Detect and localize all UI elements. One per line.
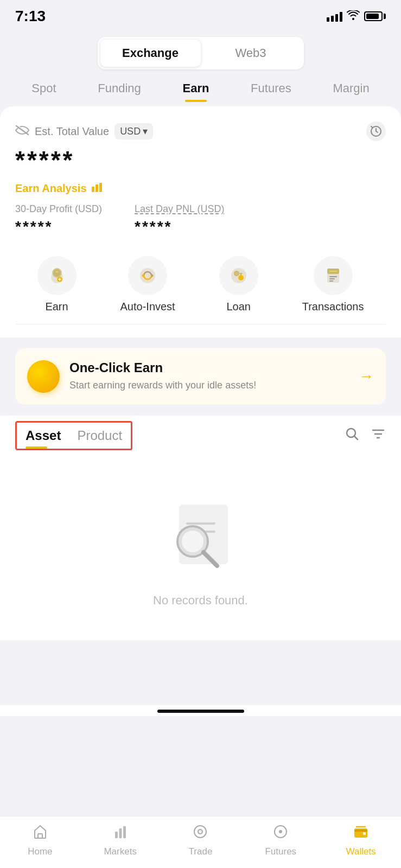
svg-point-14: [235, 272, 238, 275]
asset-tabs: Asset Product: [15, 421, 132, 450]
svg-rect-27: [115, 832, 118, 838]
svg-rect-29: [123, 826, 126, 838]
status-icons: [327, 9, 386, 23]
profit-30day-label: 30-Day Profit (USD): [15, 203, 102, 215]
nav-futures-label: Futures: [265, 846, 296, 857]
one-click-text: One-Click Earn Start earning rewards wit…: [69, 360, 349, 392]
web3-mode-button[interactable]: Web3: [201, 40, 301, 67]
trade-icon: [193, 824, 208, 843]
one-click-subtitle: Start earning rewards with your idle ass…: [69, 379, 349, 392]
nav-wallets-label: Wallets: [346, 846, 376, 857]
svg-point-11: [231, 268, 246, 283]
empty-state: No records found.: [0, 450, 401, 640]
action-transactions[interactable]: Transactions: [302, 256, 364, 313]
nav-trade[interactable]: Trade: [173, 824, 227, 857]
auto-invest-action-icon: [128, 256, 167, 295]
earn-analysis-label[interactable]: Earn Analysis: [15, 182, 386, 195]
loan-action-icon: [219, 256, 258, 295]
tab-funding[interactable]: Funding: [98, 81, 141, 102]
profit-row: 30-Day Profit (USD) ***** Last Day PNL (…: [15, 203, 386, 235]
svg-rect-28: [119, 828, 122, 838]
tab-margin[interactable]: Margin: [333, 81, 369, 102]
filter-button[interactable]: [371, 426, 386, 445]
search-button[interactable]: [345, 426, 360, 445]
chevron-down-icon: ▾: [143, 125, 148, 137]
home-indicator: [0, 705, 401, 716]
earn-action-label: Earn: [45, 301, 68, 313]
asset-tab-product[interactable]: Product: [77, 428, 122, 449]
profit-lastday-label: Last Day PNL (USD): [135, 203, 224, 215]
currency-badge[interactable]: USD ▾: [114, 123, 153, 139]
svg-point-32: [199, 830, 202, 833]
est-total-label: Est. Total Value: [35, 125, 109, 138]
history-icon[interactable]: [366, 122, 386, 141]
est-total-header: Est. Total Value USD ▾: [15, 122, 386, 141]
action-loan[interactable]: Loan: [219, 256, 258, 313]
arrow-right-icon: →: [359, 368, 374, 385]
profit-lastday: Last Day PNL (USD) *****: [135, 203, 224, 235]
nav-wallets[interactable]: Wallets: [334, 824, 388, 857]
transactions-action-icon: [314, 256, 353, 295]
battery-icon: [364, 11, 386, 21]
tab-spot[interactable]: Spot: [31, 81, 56, 102]
loan-action-label: Loan: [226, 301, 251, 313]
mode-toggle: Exchange Web3: [98, 37, 304, 69]
action-auto-invest[interactable]: Auto-Invest: [120, 256, 175, 313]
futures-icon: [273, 824, 288, 843]
wallets-icon: [353, 824, 368, 843]
svg-point-13: [238, 275, 244, 280]
status-bar: 7:13: [0, 0, 401, 30]
svg-rect-20: [329, 280, 333, 282]
empty-text: No records found.: [153, 593, 248, 608]
action-row: Earn Auto-Invest: [15, 251, 386, 324]
tab-earn[interactable]: Earn: [183, 81, 209, 102]
profit-30day-value: *****: [15, 218, 102, 235]
total-value: *****: [15, 145, 386, 175]
nav-home[interactable]: Home: [13, 824, 67, 857]
svg-rect-36: [354, 829, 367, 832]
home-bar: [157, 710, 244, 713]
bottom-nav: Home Markets Trade Futures: [0, 816, 401, 868]
one-click-earn-banner[interactable]: One-Click Earn Start earning rewards wit…: [15, 348, 386, 405]
one-click-title: One-Click Earn: [69, 360, 349, 375]
markets-icon: [113, 824, 128, 843]
transactions-action-label: Transactions: [302, 301, 364, 313]
svg-rect-2: [96, 184, 98, 192]
svg-rect-1: [92, 187, 94, 192]
svg-point-34: [279, 830, 282, 833]
home-icon: [33, 824, 48, 843]
svg-rect-17: [329, 271, 337, 272]
nav-markets[interactable]: Markets: [93, 824, 148, 857]
eye-slash-icon[interactable]: [15, 125, 29, 138]
earn-action-icon: [37, 256, 77, 295]
asset-tab-asset[interactable]: Asset: [26, 428, 61, 449]
svg-rect-26: [38, 834, 42, 838]
tab-navigation: Spot Funding Earn Futures Margin: [0, 76, 401, 102]
exchange-mode-button[interactable]: Exchange: [100, 40, 201, 67]
est-label: Est. Total Value USD ▾: [15, 123, 153, 139]
asset-tab-row: Asset Product: [15, 416, 386, 450]
svg-point-25: [182, 531, 203, 552]
no-records-icon: [157, 494, 244, 580]
bar-chart-icon: [91, 182, 103, 195]
auto-invest-action-label: Auto-Invest: [120, 301, 175, 313]
coin-icon: [27, 360, 60, 393]
nav-trade-label: Trade: [189, 846, 213, 857]
earn-analysis-text: Earn Analysis: [15, 182, 87, 195]
main-card: Est. Total Value USD ▾ ***** Earn Analys…: [0, 106, 401, 337]
action-earn[interactable]: Earn: [37, 256, 77, 313]
profit-lastday-value: *****: [135, 218, 224, 235]
status-time: 7:13: [15, 8, 46, 25]
profit-30day: 30-Day Profit (USD) *****: [15, 203, 102, 235]
nav-futures[interactable]: Futures: [253, 824, 308, 857]
nav-markets-label: Markets: [104, 846, 136, 857]
signal-icon: [327, 11, 342, 22]
tab-futures[interactable]: Futures: [251, 81, 291, 102]
svg-rect-3: [99, 183, 102, 192]
nav-home-label: Home: [28, 846, 52, 857]
wifi-icon: [347, 9, 360, 23]
svg-rect-19: [329, 278, 335, 279]
svg-rect-37: [363, 832, 366, 835]
asset-actions: [345, 426, 386, 445]
asset-section: Asset Product: [0, 416, 401, 450]
